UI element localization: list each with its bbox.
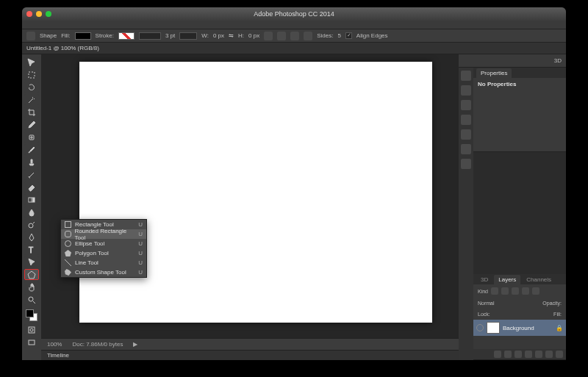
- svg-rect-2: [29, 198, 35, 202]
- filter-icon[interactable]: [501, 287, 509, 295]
- svg-marker-5: [28, 271, 35, 279]
- clone-stamp-tool[interactable]: [24, 157, 39, 168]
- canvas[interactable]: [79, 62, 432, 323]
- canvas-viewport[interactable]: Rectangle Tool U Rounded Rectangle Tool …: [41, 54, 459, 338]
- stroke-swatch[interactable]: [118, 32, 135, 40]
- stroke-style-field[interactable]: [179, 32, 197, 40]
- magic-wand-tool[interactable]: [24, 94, 39, 105]
- layer-mask-icon[interactable]: [514, 351, 522, 358]
- filter-icon[interactable]: [512, 287, 519, 295]
- layer-row[interactable]: Background 🔒: [473, 320, 566, 336]
- lasso-tool[interactable]: [24, 82, 39, 93]
- hand-tool[interactable]: [24, 281, 39, 292]
- tab-layers[interactable]: Layers: [494, 275, 520, 284]
- w-value[interactable]: 0 px: [213, 32, 224, 39]
- timeline-panel[interactable]: Timeline: [41, 350, 459, 360]
- layer-thumbnail[interactable]: [487, 322, 500, 334]
- h-label: H:: [238, 32, 244, 39]
- flyout-rounded-rectangle-tool[interactable]: Rounded Rectangle Tool U: [61, 229, 146, 239]
- properties-panel: Properties No Properties: [473, 68, 566, 152]
- properties-tab[interactable]: Properties: [476, 68, 512, 78]
- doc-info[interactable]: Doc: 7.86M/0 bytes: [72, 341, 123, 348]
- document-tab[interactable]: Untitled-1 @ 100% (RGB/8): [26, 45, 99, 51]
- brush-tool[interactable]: [24, 144, 39, 155]
- gear-icon[interactable]: [304, 32, 312, 40]
- path-ops-icon[interactable]: [264, 32, 273, 40]
- lock-icon[interactable]: 🔒: [556, 325, 563, 331]
- fill-swatch[interactable]: [75, 32, 91, 40]
- gradient-tool[interactable]: [24, 194, 39, 205]
- align-icon[interactable]: [277, 32, 286, 40]
- svg-point-3: [29, 223, 33, 228]
- menubar[interactable]: [22, 21, 566, 29]
- dock-icon[interactable]: [461, 100, 471, 110]
- pen-tool[interactable]: [24, 231, 39, 243]
- custom-shape-icon: [65, 269, 71, 276]
- zoom-tool[interactable]: [24, 294, 39, 305]
- new-layer-icon[interactable]: [545, 351, 553, 358]
- trash-icon[interactable]: [556, 351, 563, 358]
- filter-icon[interactable]: [522, 287, 529, 295]
- shape-tool-flyout: Rectangle Tool U Rounded Rectangle Tool …: [60, 219, 147, 278]
- mode-label[interactable]: Shape: [40, 32, 57, 39]
- properties-message: No Properties: [478, 81, 562, 87]
- dock-icon[interactable]: [461, 71, 471, 81]
- sides-value[interactable]: 5: [337, 32, 340, 39]
- fill-opacity-label[interactable]: Fill:: [553, 312, 562, 317]
- rectangular-marquee-tool[interactable]: [24, 69, 39, 80]
- foreground-color-swatch[interactable]: [26, 309, 34, 317]
- flyout-item-shortcut: U: [138, 269, 143, 276]
- group-icon[interactable]: [535, 351, 542, 358]
- path-selection-tool[interactable]: [24, 256, 39, 268]
- document-tab-bar: Untitled-1 @ 100% (RGB/8): [22, 43, 566, 54]
- link-layers-icon[interactable]: [494, 351, 501, 358]
- svg-text:T: T: [29, 246, 33, 254]
- workspace-tab[interactable]: 3D: [554, 57, 562, 64]
- dock-icon[interactable]: [461, 85, 471, 96]
- opacity-label[interactable]: Opacity:: [542, 301, 562, 306]
- workspace-switcher[interactable]: 3D: [459, 54, 566, 68]
- h-value[interactable]: 0 px: [248, 32, 259, 39]
- layer-filter-kind-label[interactable]: Kind: [478, 289, 488, 294]
- flyout-line-tool[interactable]: Line Tool U: [61, 258, 146, 268]
- flyout-custom-shape-tool[interactable]: Custom Shape Tool U: [61, 268, 146, 277]
- tab-channels[interactable]: Channels: [522, 275, 556, 284]
- move-tool[interactable]: [24, 57, 39, 68]
- shape-tool[interactable]: [24, 269, 39, 280]
- link-wh-icon[interactable]: ⇋: [229, 32, 234, 39]
- flyout-item-shortcut: U: [138, 231, 143, 237]
- filter-icon[interactable]: [532, 287, 539, 295]
- layer-name[interactable]: Background: [503, 325, 534, 331]
- healing-brush-tool[interactable]: [24, 132, 39, 143]
- foreground-background-colors[interactable]: [24, 308, 39, 323]
- zoom-level[interactable]: 100%: [47, 341, 62, 348]
- flyout-polygon-tool[interactable]: Polygon Tool U: [61, 248, 146, 258]
- flyout-item-label: Custom Shape Tool: [75, 269, 126, 276]
- history-brush-tool[interactable]: [24, 169, 39, 180]
- visibility-toggle-icon[interactable]: [476, 324, 484, 331]
- dock-icon[interactable]: [461, 129, 471, 140]
- adjustment-layer-icon[interactable]: [525, 351, 532, 358]
- dock-icon[interactable]: [461, 115, 471, 125]
- crop-tool[interactable]: [24, 107, 39, 118]
- collapsed-dock: [459, 68, 473, 360]
- screen-mode-toggle[interactable]: [24, 337, 39, 348]
- filter-icon[interactable]: [491, 287, 498, 295]
- stroke-width-field[interactable]: [139, 32, 161, 40]
- blend-mode-select[interactable]: Normal: [478, 301, 495, 306]
- fill-label: Fill:: [61, 32, 70, 39]
- dock-icon[interactable]: [461, 159, 471, 169]
- shape-preset-icon[interactable]: [26, 32, 35, 40]
- quick-mask-toggle[interactable]: [24, 324, 39, 335]
- dodge-tool[interactable]: [24, 219, 39, 230]
- arrange-icon[interactable]: [290, 32, 299, 40]
- align-edges-checkbox[interactable]: [345, 32, 352, 39]
- layer-style-icon[interactable]: [504, 351, 512, 358]
- type-tool[interactable]: T: [24, 244, 39, 255]
- eraser-tool[interactable]: [24, 182, 39, 193]
- eyedropper-tool[interactable]: [24, 119, 39, 130]
- dock-icon[interactable]: [461, 144, 471, 154]
- status-arrow-icon[interactable]: ▶: [133, 341, 137, 348]
- tab-3d[interactable]: 3D: [476, 275, 492, 284]
- blur-tool[interactable]: [24, 207, 39, 218]
